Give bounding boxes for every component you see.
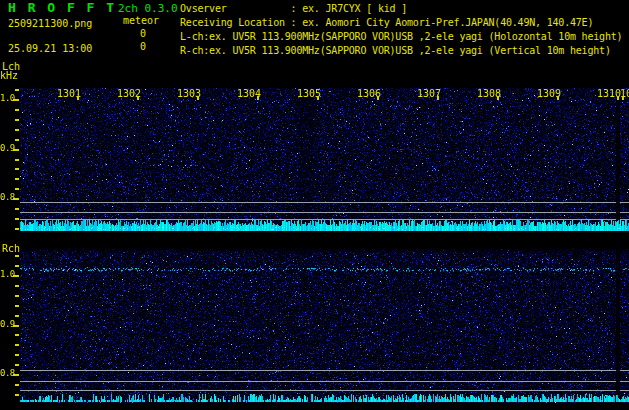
time-tick [137,96,139,100]
freq-tick [15,384,19,386]
info-line: Receiving Location : ex. Aomori City Aom… [180,16,629,30]
freq-tick [15,178,19,180]
info-line: Ovserver : ex. JR7CYX [ kid ] [180,2,629,16]
time-tick [557,96,559,100]
meteor-count-bottom: 0 [140,41,146,52]
capture-filename: 2509211300.png [8,18,92,29]
freq-label: 0.8 [0,193,14,203]
freq-tick [15,295,19,297]
freq-tick [15,354,19,356]
freq-tick [15,119,19,121]
freq-tick [15,89,19,91]
time-tick [257,96,259,100]
freq-label: 1.0 [0,94,14,104]
freq-label: 0.9 [0,320,14,330]
info-line: L-ch:ex. UV5R 113.900MHz(SAPPORO VOR)USB… [180,30,629,44]
station-info-block: Ovserver : ex. JR7CYX [ kid ]Receiving L… [180,2,629,58]
meteor-count-top: 0 [140,28,146,39]
freq-tick [15,364,19,366]
capture-datetime: 25.09.21 13:00 [8,43,92,54]
freq-tick [15,208,19,210]
hrofft-app-window: H R O F F T 2ch 0.3.0 2509211300.png met… [0,0,629,410]
spectrogram-canvas [20,88,629,410]
time-tick [77,96,79,100]
freq-tick [15,394,19,396]
freq-tick [15,305,19,307]
app-version: 2ch 0.3.0 [118,3,178,15]
time-tick [317,96,319,100]
freq-tick [15,285,19,287]
info-line: R-ch:ex. UV5R 113.900MHz(SAPPORO VOR)USB… [180,44,629,58]
freq-tick [15,109,19,111]
time-tick [617,96,619,100]
time-tick [497,96,499,100]
freq-tick [15,168,19,170]
freq-tick [15,334,19,336]
freq-tick [15,139,19,141]
time-tick [437,96,439,100]
time-tick [377,96,379,100]
mode-label: meteor [123,15,159,26]
freq-tick [15,315,19,317]
freq-tick [15,159,19,161]
freq-tick [15,228,19,230]
freq-tick [15,129,19,131]
freq-label: 0.8 [0,369,14,379]
rch-panel-label: Rch [2,243,20,254]
freq-tick [15,265,19,267]
time-tick [622,96,624,100]
freq-label: 0.9 [0,144,14,154]
time-tick [197,96,199,100]
freq-tick [15,344,19,346]
freq-tick [15,218,19,220]
khz-unit-label: kHz [0,70,18,81]
app-title: H R O F F T [8,1,116,15]
freq-tick [15,188,19,190]
freq-tick [15,255,19,257]
freq-label: 1.0 [0,270,14,280]
